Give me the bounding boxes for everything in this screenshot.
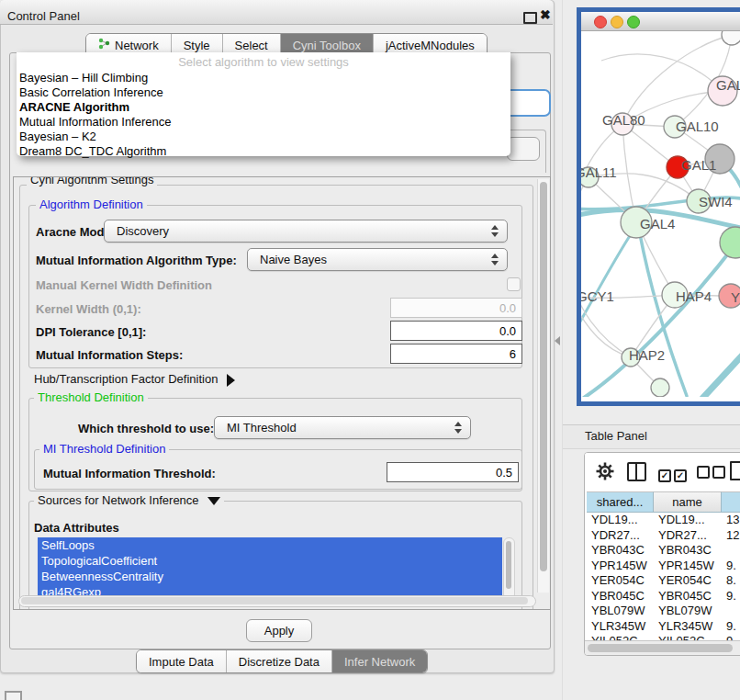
deselect-all-checkboxes-icon[interactable] [697,466,728,482]
table-row[interactable]: YPR145WYPR145W9. [587,559,740,574]
attribute-item-selected[interactable]: SelfLoops [38,537,502,553]
panel-splitter[interactable] [562,0,563,700]
column-header-name[interactable]: name [654,491,722,513]
group-title-algorithm-definition: Algorithm Definition [36,198,147,211]
dropdown-item-selected[interactable]: ARACNE Algorithm [17,100,510,115]
table-toolbar: ✓✓ [585,453,740,491]
network-canvas[interactable]: GAL GAL80 GAL10 GAL1 GAL11 SWI4 GAL4 GCY… [581,31,740,397]
cyni-bottom-tabbar: Impute Data Discretize Data Infer Networ… [136,649,428,673]
column-header-cut[interactable] [722,491,740,513]
dock-panel-icon[interactable] [5,691,22,700]
tab-infer-network[interactable]: Infer Network [332,650,427,672]
settings-vscrollbar[interactable] [537,179,549,593]
close-traffic-light[interactable] [594,16,607,28]
node-label: Y [731,289,740,305]
cell: YBL079W [654,604,722,619]
manual-kernel-width-checkbox[interactable] [507,277,521,291]
dropdown-item[interactable]: Bayesian – K2 [17,130,510,144]
zoom-traffic-light[interactable] [627,16,640,28]
mi-threshold-input[interactable] [387,462,519,482]
network-window-titlebar[interactable] [581,12,740,31]
attribute-item-selected[interactable]: BetweennessCentrality [38,569,502,584]
spinner-icon [491,224,499,238]
tab-select-label: Select [235,39,268,52]
which-threshold-label: Which threshold to use: [78,422,214,435]
cell: YDL19... [654,513,722,528]
attributes-scrollbar-thumb[interactable] [506,541,511,589]
cell: 9. [722,559,740,574]
tab-style-label: Style [184,39,210,52]
cell: YDL19... [587,513,654,528]
which-threshold-select[interactable]: MI Threshold [214,416,471,439]
cell: YDR27... [654,528,722,544]
table-row[interactable]: YBL079WYBL079W [587,604,740,619]
collapsed-arrow-icon [227,374,235,387]
expanded-arrow-icon [207,497,220,505]
table-hscrollbar[interactable] [585,640,740,655]
node-bright-green[interactable] [720,227,740,258]
aracne-mode-select[interactable]: Discovery [104,220,508,243]
tab-network-label: Network [115,39,159,52]
kernel-width-input[interactable] [390,298,522,318]
cell: YLR345W [587,619,654,635]
table-row[interactable]: YDL19...YDL19...13 [587,513,740,528]
dropdown-item[interactable]: Bayesian – Hill Climbing [17,71,510,85]
node-label: GAL10 [676,119,719,134]
which-threshold-value: MI Threshold [227,421,297,435]
attribute-item-selected[interactable]: TopologicalCoefficient [38,553,502,569]
columns-icon[interactable] [627,462,646,481]
close-icon[interactable]: ✖ [540,7,551,22]
group-title-sources[interactable]: Sources for Network Inference [34,493,224,507]
table-row[interactable]: YER054CYER054C8. [587,573,740,589]
column-header-shared-name[interactable]: shared... [587,491,654,513]
mi-algorithm-type-value: Naive Bayes [260,253,327,266]
node-label: GAL4 [640,216,675,231]
table-row[interactable]: YBR045CYBR045C9. [587,589,740,604]
attributes-list-scrollbar[interactable] [503,537,515,600]
spinner-icon [454,421,463,435]
apply-button[interactable]: Apply [246,619,312,642]
splitter-handle-icon[interactable] [555,336,560,345]
dpi-tolerance-input[interactable] [390,321,522,341]
aracne-mode-value: Discovery [117,224,169,238]
group-title-mi-threshold: MI Threshold Definition [39,442,169,456]
dropdown-item[interactable]: Basic Correlation Inference [17,85,510,100]
dropdown-item[interactable]: Mutual Information Inference [17,115,510,130]
node-bottom[interactable] [651,378,669,397]
tab-discretize-data[interactable]: Discretize Data [227,650,332,672]
node-label: GAL80 [602,112,645,128]
settings-hscrollbar[interactable] [18,595,536,607]
settings-hscrollbar-thumb[interactable] [21,597,528,604]
table-row[interactable]: YDR27...YDR27...12 [587,528,740,544]
node-label: GAL1 [681,157,716,173]
data-attributes-label: Data Attributes [34,521,119,535]
tab-jactivemnodules-label: jActiveMNodules [386,39,475,52]
dropdown-item[interactable]: Dream8 DC_TDC Algorithm [17,144,510,159]
tab-discretize-data-label: Discretize Data [239,655,320,669]
table-row[interactable]: YLR345WYLR345W9. [587,619,740,635]
cell [722,543,740,559]
hidden-combo2-fragment [507,137,540,161]
select-all-checkboxes-icon[interactable]: ✓✓ [658,466,690,482]
table-row[interactable]: YBR043CYBR043C [587,543,740,559]
mi-steps-input[interactable] [390,344,522,364]
node-unlabeled[interactable] [722,31,740,45]
cell: YPR145W [587,559,654,574]
new-table-icon[interactable] [730,461,740,480]
gear-icon[interactable] [596,462,614,484]
mi-algorithm-type-label: Mutual Information Algorithm Type: [36,254,237,267]
tab-impute-data[interactable]: Impute Data [137,650,227,672]
table-hscrollbar-thumb[interactable] [588,644,733,652]
mi-algorithm-type-select[interactable]: Naive Bayes [247,248,508,271]
node-label: HAP2 [629,347,665,363]
data-attributes-list[interactable]: SelfLoops TopologicalCoefficient Between… [38,537,502,598]
hub-transcription-section-header[interactable]: Hub/Transcription Factor Definition [34,372,235,387]
minimize-traffic-light[interactable] [611,16,623,28]
network-view-window: GAL GAL80 GAL10 GAL1 GAL11 SWI4 GAL4 GCY… [577,7,740,406]
settings-vscrollbar-thumb[interactable] [540,182,547,571]
float-window-icon[interactable] [523,12,537,24]
cell: YDR27... [587,528,654,544]
cell: YPR145W [654,559,722,574]
group-title-threshold-definition: Threshold Definition [34,390,148,404]
mi-threshold-label: Mutual Information Threshold: [43,467,216,480]
